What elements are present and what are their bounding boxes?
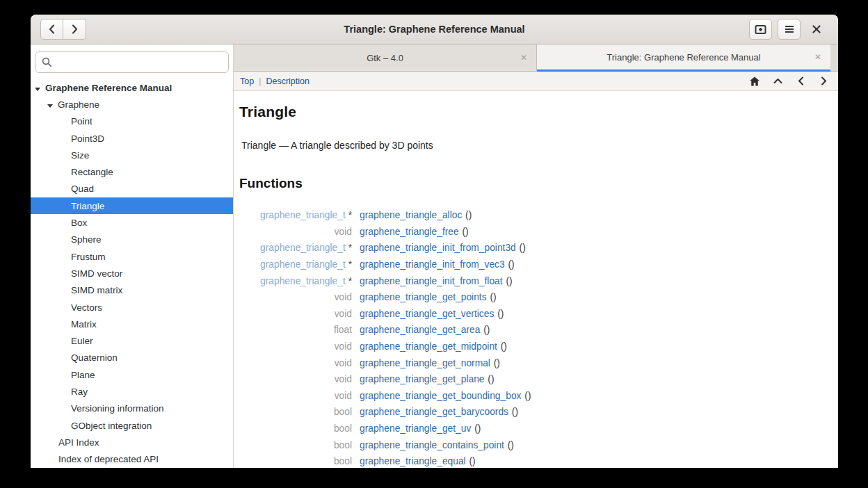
return-type-text: void bbox=[335, 358, 352, 368]
sidebar-item-label: Ray bbox=[71, 387, 88, 397]
sidebar-item-label: Versioning information bbox=[71, 403, 164, 414]
function-name: graphene_triangle_get_vertices () bbox=[360, 309, 504, 319]
tab-close-icon[interactable]: ✕ bbox=[814, 53, 821, 61]
nav-link-top[interactable]: Top bbox=[240, 76, 254, 86]
home-icon[interactable] bbox=[750, 76, 760, 86]
menu-button[interactable] bbox=[778, 19, 801, 40]
sidebar-item-simd-vector[interactable]: SIMD vector bbox=[31, 265, 233, 282]
history-buttons bbox=[40, 19, 86, 40]
expander-icon[interactable] bbox=[47, 104, 53, 108]
return-type-text: bool bbox=[334, 407, 352, 417]
window-title: Triangle: Graphene Reference Manual bbox=[31, 24, 838, 35]
function-link-graphene-triangle-init-from-point3d[interactable]: graphene_triangle_init_from_point3d bbox=[360, 243, 516, 253]
close-window-button[interactable] bbox=[805, 19, 828, 40]
function-link-graphene-triangle-get-vertices[interactable]: graphene_triangle_get_vertices bbox=[360, 309, 494, 319]
expander-icon[interactable] bbox=[35, 88, 40, 91]
return-type-link[interactable]: graphene_triangle_t bbox=[260, 259, 346, 270]
function-link-graphene-triangle-init-from-float[interactable]: graphene_triangle_init_from_float bbox=[360, 276, 503, 286]
function-row: graphene_triangle_t *graphene_triangle_i… bbox=[239, 240, 838, 257]
search-box[interactable] bbox=[35, 51, 229, 73]
function-parens: () bbox=[491, 358, 500, 368]
sidebar-item-quad[interactable]: Quad bbox=[31, 181, 233, 197]
tab-label: Gtk – 4.0 bbox=[367, 53, 403, 63]
sidebar-item-box[interactable]: Box bbox=[31, 214, 233, 231]
return-type-link[interactable]: graphene_triangle_t bbox=[260, 276, 346, 286]
return-type-text: bool bbox=[334, 423, 352, 434]
function-link-graphene-triangle-get-bounding-box[interactable]: graphene_triangle_get_bounding_box bbox=[360, 391, 521, 401]
search-input[interactable] bbox=[57, 57, 222, 67]
sidebar-item-simd-matrix[interactable]: SIMD matrix bbox=[31, 282, 233, 299]
sidebar-item-plane[interactable]: Plane bbox=[31, 366, 233, 383]
sidebar-item-label: Euler bbox=[71, 336, 93, 346]
function-row: graphene_triangle_t *graphene_triangle_a… bbox=[239, 207, 838, 224]
forward-button[interactable] bbox=[63, 19, 86, 40]
sidebar-item-sphere[interactable]: Sphere bbox=[31, 231, 233, 248]
function-return-type: void bbox=[239, 341, 352, 352]
tab-gtk-4-0[interactable]: Gtk – 4.0✕ bbox=[234, 44, 537, 72]
sidebar-item-label: API Index bbox=[58, 437, 99, 448]
function-link-graphene-triangle-get-area[interactable]: graphene_triangle_get_area bbox=[360, 325, 480, 335]
sidebar-item-label: Vectors bbox=[71, 302, 102, 313]
function-row: boolgraphene_triangle_get_barycoords () bbox=[239, 404, 838, 421]
function-parens: () bbox=[504, 276, 513, 286]
sidebar-item-point[interactable]: Point bbox=[31, 113, 233, 130]
sidebar-item-gobject-integration[interactable]: GObject integration bbox=[31, 417, 233, 434]
sidebar-item-index-of-deprecated-api[interactable]: Index of deprecated API bbox=[31, 451, 233, 468]
function-parens: () bbox=[485, 374, 495, 384]
sidebar-item-matrix[interactable]: Matrix bbox=[31, 316, 233, 332]
function-row: voidgraphene_triangle_free () bbox=[239, 224, 838, 241]
sidebar-item-triangle[interactable]: Triangle bbox=[31, 197, 233, 214]
sidebar-item-rectangle[interactable]: Rectangle bbox=[31, 163, 233, 180]
sidebar-item-label: GObject integration bbox=[71, 421, 152, 431]
function-link-graphene-triangle-get-barycoords[interactable]: graphene_triangle_get_barycoords bbox=[360, 407, 508, 417]
sidebar-item-ray[interactable]: Ray bbox=[31, 383, 233, 400]
function-name: graphene_triangle_alloc () bbox=[360, 210, 472, 220]
function-link-graphene-triangle-contains-point[interactable]: graphene_triangle_contains_point bbox=[360, 440, 504, 450]
chevron-left-icon[interactable] bbox=[796, 76, 805, 86]
tab-label: Triangle: Graphene Reference Manual bbox=[606, 52, 760, 63]
function-link-graphene-triangle-equal[interactable]: graphene_triangle_equal bbox=[360, 456, 466, 466]
function-name: graphene_triangle_get_area () bbox=[360, 325, 490, 335]
new-tab-button[interactable] bbox=[749, 19, 772, 40]
function-link-graphene-triangle-get-plane[interactable]: graphene_triangle_get_plane bbox=[360, 374, 485, 384]
chevron-right-icon bbox=[72, 24, 78, 34]
sidebar-item-api-index[interactable]: API Index bbox=[31, 434, 233, 450]
return-type-text: bool bbox=[334, 440, 352, 450]
sidebar-item-versioning-information[interactable]: Versioning information bbox=[31, 400, 233, 417]
function-link-graphene-triangle-free[interactable]: graphene_triangle_free bbox=[360, 227, 459, 237]
sidebar-item-point3d[interactable]: Point3D bbox=[31, 130, 233, 147]
function-link-graphene-triangle-get-midpoint[interactable]: graphene_triangle_get_midpoint bbox=[360, 341, 497, 352]
function-return-type: void bbox=[239, 309, 352, 319]
sidebar-item-vectors[interactable]: Vectors bbox=[31, 299, 233, 316]
function-name: graphene_triangle_get_points () bbox=[360, 292, 497, 302]
hamburger-menu-icon bbox=[785, 25, 794, 33]
return-type-link[interactable]: graphene_triangle_t bbox=[260, 210, 346, 220]
function-link-graphene-triangle-get-uv[interactable]: graphene_triangle_get_uv bbox=[360, 423, 471, 434]
sidebar-item-quaternion[interactable]: Quaternion bbox=[31, 350, 233, 366]
chevron-up-icon[interactable] bbox=[773, 76, 782, 86]
function-link-graphene-triangle-alloc[interactable]: graphene_triangle_alloc bbox=[360, 210, 462, 220]
sidebar-item-frustum[interactable]: Frustum bbox=[31, 248, 233, 265]
return-type-text: void bbox=[335, 227, 352, 237]
back-button[interactable] bbox=[40, 19, 63, 40]
function-return-type: graphene_triangle_t * bbox=[239, 276, 352, 286]
nav-link-description[interactable]: Description bbox=[266, 76, 310, 86]
tab-triangle-graphene-reference-manual[interactable]: Triangle: Graphene Reference Manual✕ bbox=[537, 44, 830, 72]
tab-close-icon[interactable]: ✕ bbox=[520, 54, 527, 62]
return-type-link[interactable]: graphene_triangle_t bbox=[260, 243, 346, 253]
function-link-graphene-triangle-init-from-vec3[interactable]: graphene_triangle_init_from_vec3 bbox=[360, 259, 505, 270]
return-type-text: float bbox=[334, 325, 352, 335]
function-return-type: float bbox=[239, 325, 352, 335]
sidebar-item-graphene-reference-manual[interactable]: Graphene Reference Manual bbox=[31, 79, 233, 96]
function-return-type: void bbox=[239, 358, 352, 368]
sidebar-item-label: Matrix bbox=[71, 319, 97, 330]
sidebar-item-size[interactable]: Size bbox=[31, 147, 233, 163]
chevron-right-icon[interactable] bbox=[819, 76, 828, 86]
sidebar-item-graphene[interactable]: Graphene bbox=[31, 96, 233, 113]
sidebar-item-label: Graphene bbox=[58, 99, 99, 110]
function-return-type: void bbox=[239, 391, 352, 401]
sidebar-item-euler[interactable]: Euler bbox=[31, 332, 233, 349]
sidebar-item-label: Size bbox=[71, 150, 89, 161]
function-link-graphene-triangle-get-normal[interactable]: graphene_triangle_get_normal bbox=[360, 358, 490, 368]
function-link-graphene-triangle-get-points[interactable]: graphene_triangle_get_points bbox=[360, 292, 487, 302]
